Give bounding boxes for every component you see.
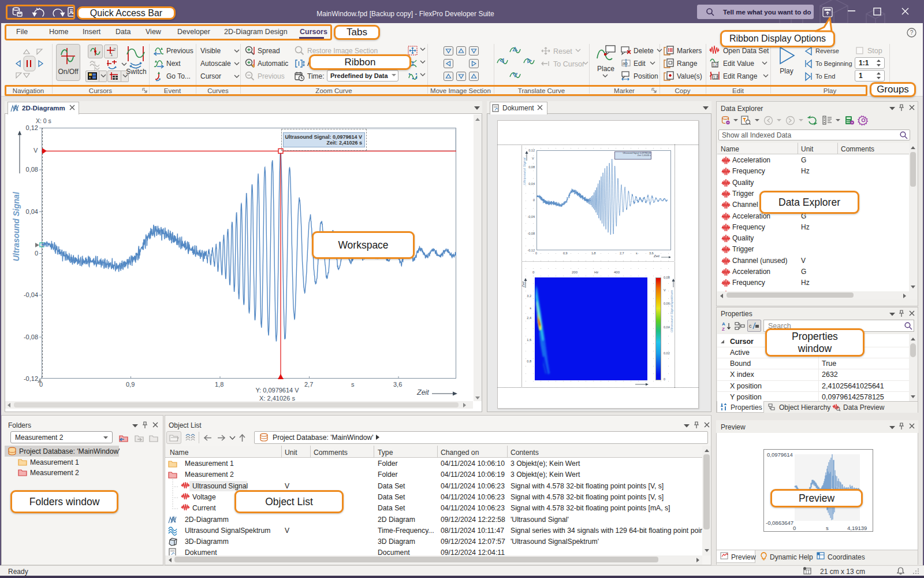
svg-text:ab: ab (623, 61, 628, 66)
svg-text:x: x (89, 76, 91, 79)
svg-text:12: 12 (713, 63, 717, 67)
svg-text:2: 2 (113, 47, 116, 52)
svg-text:1: 1 (110, 52, 113, 57)
svg-text:c: c (749, 323, 752, 329)
svg-text:12: 12 (713, 75, 718, 79)
svg-text:A: A (722, 321, 725, 327)
svg-text:Z: Z (722, 327, 725, 332)
svg-text:?: ? (910, 29, 914, 36)
